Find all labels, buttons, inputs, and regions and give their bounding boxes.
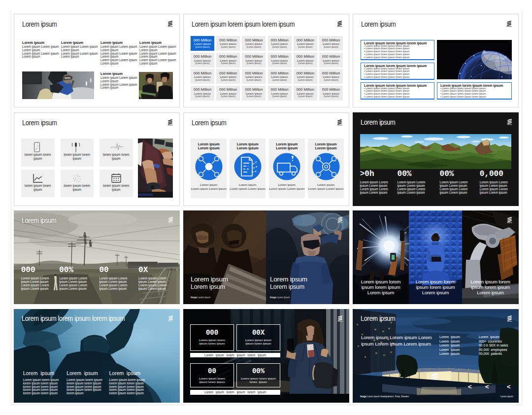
svg-text:5G: 5G — [206, 165, 211, 169]
